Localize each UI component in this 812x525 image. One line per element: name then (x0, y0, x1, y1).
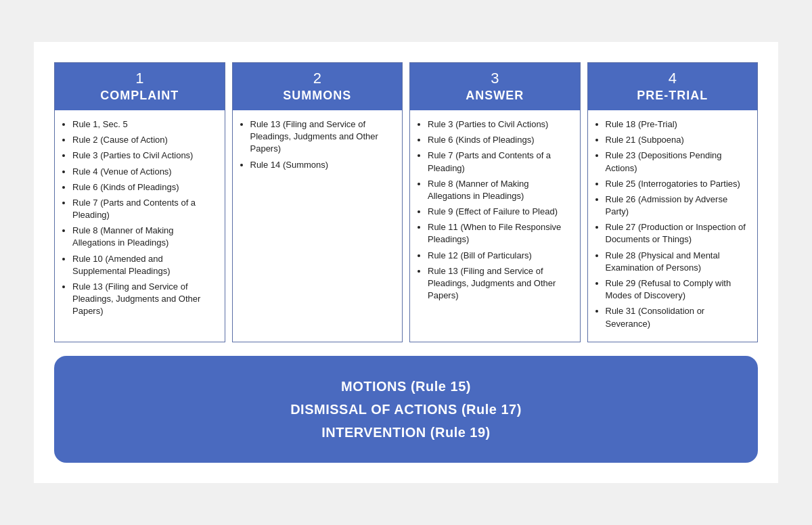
column-list-3: Rule 3 (Parties to Civil Actions)Rule 6 … (415, 118, 573, 302)
list-item: Rule 7 (Parts and Contents of a Pleading… (72, 197, 218, 221)
bottom-line-1: MOTIONS (Rule 15) (68, 375, 744, 398)
list-item: Rule 31 (Consolidation or Severance) (606, 305, 751, 329)
list-item: Rule 13 (Filing and Service of Pleadings… (250, 118, 396, 156)
page-wrapper: 1COMPLAINTRule 1, Sec. 5Rule 2 (Cause of… (34, 42, 778, 483)
list-item: Rule 12 (Bill of Particulars) (428, 250, 573, 262)
column-body-4: Rule 18 (Pre-Trial)Rule 21 (Subpoena)Rul… (588, 110, 758, 342)
list-item: Rule 29 (Refusal to Comply with Modes of… (606, 277, 751, 302)
column-header-3: 3ANSWER (410, 63, 580, 110)
list-item: Rule 6 (Kinds of Pleadings) (72, 181, 218, 193)
list-item: Rule 28 (Physical and Mental Examination… (606, 250, 751, 274)
list-item: Rule 14 (Summons) (250, 159, 396, 171)
column-body-1: Rule 1, Sec. 5Rule 2 (Cause of Action)Ru… (55, 110, 225, 329)
column-body-3: Rule 3 (Parties to Civil Actions)Rule 6 … (410, 110, 580, 313)
list-item: Rule 4 (Venue of Actions) (72, 166, 218, 178)
columns-container: 1COMPLAINTRule 1, Sec. 5Rule 2 (Cause of… (54, 62, 758, 342)
list-item: Rule 8 (Manner of Making Allegations in … (72, 225, 218, 249)
list-item: Rule 25 (Interrogatories to Parties) (606, 178, 751, 190)
column-number-1: 1 (60, 70, 219, 87)
column-title-3: ANSWER (415, 88, 574, 104)
list-item: Rule 27 (Production or Inspection of Doc… (606, 221, 751, 246)
list-item: Rule 21 (Subpoena) (606, 134, 751, 146)
list-item: Rule 23 (Depositions Pending Actions) (606, 150, 751, 174)
list-item: Rule 3 (Parties to Civil Actions) (428, 118, 573, 131)
list-item: Rule 9 (Effect of Failure to Plead) (428, 206, 573, 218)
column-header-2: 2SUMMONS (233, 63, 403, 110)
column-header-1: 1COMPLAINT (55, 63, 225, 110)
list-item: Rule 2 (Cause of Action) (72, 134, 218, 146)
column-number-2: 2 (238, 70, 397, 87)
list-item: Rule 6 (Kinds of Pleadings) (428, 134, 573, 146)
column-1: 1COMPLAINTRule 1, Sec. 5Rule 2 (Cause of… (54, 62, 225, 342)
column-4: 4PRE-TRIALRule 18 (Pre-Trial)Rule 21 (Su… (587, 62, 759, 342)
list-item: Rule 26 (Admission by Adverse Party) (606, 193, 751, 218)
list-item: Rule 11 (When to File Responsive Pleadin… (428, 221, 573, 246)
list-item: Rule 10 (Amended and Supplemental Pleadi… (72, 253, 218, 277)
bottom-box: MOTIONS (Rule 15)DISMISSAL OF ACTIONS (R… (54, 356, 758, 463)
column-body-2: Rule 13 (Filing and Service of Pleadings… (233, 110, 403, 183)
list-item: Rule 13 (Filing and Service of Pleadings… (428, 265, 573, 302)
column-list-4: Rule 18 (Pre-Trial)Rule 21 (Subpoena)Rul… (593, 118, 751, 330)
column-3: 3ANSWERRule 3 (Parties to Civil Actions)… (409, 62, 581, 342)
column-number-3: 3 (415, 70, 574, 87)
list-item: Rule 7 (Parts and Contents of a Pleading… (428, 150, 573, 174)
list-item: Rule 8 (Manner of Making Allegations in … (428, 178, 573, 202)
bottom-line-3: INTERVENTION (Rule 19) (68, 421, 744, 444)
list-item: Rule 18 (Pre-Trial) (606, 118, 751, 131)
list-item: Rule 13 (Filing and Service of Pleadings… (72, 281, 218, 318)
column-list-2: Rule 13 (Filing and Service of Pleadings… (238, 118, 396, 171)
column-title-1: COMPLAINT (60, 88, 219, 104)
column-title-2: SUMMONS (238, 88, 397, 104)
column-title-4: PRE-TRIAL (593, 88, 752, 104)
column-list-1: Rule 1, Sec. 5Rule 2 (Cause of Action)Ru… (60, 118, 218, 318)
column-header-4: 4PRE-TRIAL (588, 63, 758, 110)
column-2: 2SUMMONSRule 13 (Filing and Service of P… (232, 62, 403, 342)
list-item: Rule 3 (Parties to Civil Actions) (72, 150, 218, 162)
bottom-line-2: DISMISSAL OF ACTIONS (Rule 17) (68, 398, 744, 421)
list-item: Rule 1, Sec. 5 (72, 118, 218, 131)
column-number-4: 4 (593, 70, 752, 87)
